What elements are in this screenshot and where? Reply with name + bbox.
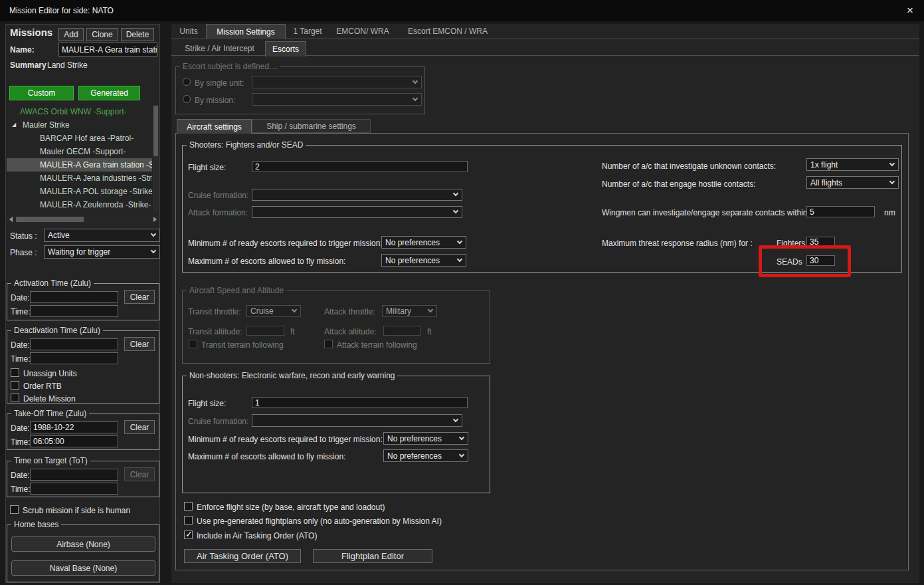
- tab-mission-settings[interactable]: Mission Settings: [206, 24, 286, 39]
- generated-button[interactable]: Generated: [78, 86, 140, 100]
- deactivation-clear-button[interactable]: Clear: [124, 337, 155, 351]
- tree-item-label: MAULER-A POL storage -Strike- [t: [40, 187, 152, 196]
- unassign-units-checkbox[interactable]: [11, 368, 19, 377]
- tab-target[interactable]: 1 Target: [290, 24, 325, 39]
- tab-escort-emcon-wra[interactable]: Escort EMCON / WRA: [399, 24, 497, 39]
- mission-editor-main: Units Mission Settings 1 Target EMCON/ W…: [171, 24, 919, 583]
- tree-item-zeulenroda[interactable]: MAULER-A Zeulenroda -Strike- [1: [7, 198, 152, 211]
- ns-cruise-formation-dropdown[interactable]: [252, 414, 462, 427]
- deactivation-time-input[interactable]: [30, 352, 118, 364]
- tree-item-gera-selected[interactable]: MAULER-A Gera train station -Stri: [7, 158, 152, 172]
- cruise-formation-dropdown[interactable]: [252, 189, 462, 201]
- chevron-down-icon: [453, 416, 458, 421]
- tab-units[interactable]: Units: [174, 24, 203, 39]
- tree-item-jena[interactable]: MAULER-A Jena industries -Strike: [7, 172, 152, 185]
- ns-flight-size-input[interactable]: 1: [252, 397, 468, 408]
- ns-max-escorts-dropdown[interactable]: No preferences: [383, 449, 468, 462]
- tree-item-label: BARCAP Hof area -Patrol-: [40, 134, 134, 143]
- engage-label: Number of a/c that engage hostile contac…: [602, 179, 755, 189]
- tab-emcon-wra[interactable]: EMCON/ WRA: [331, 24, 395, 39]
- tab-escorts[interactable]: Escorts: [265, 41, 306, 57]
- attack-formation-dropdown[interactable]: [252, 206, 462, 218]
- tree-item-label: Mauler OECM -Support-: [40, 147, 126, 156]
- naval-base-button[interactable]: Naval Base (None): [11, 560, 155, 576]
- tree-item-barcap[interactable]: BARCAP Hof area -Patrol-: [7, 132, 152, 145]
- tab-strike-air-intercept[interactable]: Strike / Air Intercept: [177, 41, 262, 56]
- by-single-unit-label: By single unit:: [195, 78, 244, 88]
- summary-label: Summary: [10, 60, 46, 70]
- pregenerated-flightplans-label: Use pre-generated flightplans only (no a…: [197, 517, 442, 526]
- status-dropdown[interactable]: Active: [44, 229, 160, 242]
- clone-button[interactable]: Clone: [86, 28, 118, 41]
- custom-button[interactable]: Custom: [9, 86, 74, 100]
- investigate-dropdown[interactable]: 1x flight: [806, 158, 899, 171]
- scroll-right-icon[interactable]: [153, 217, 157, 222]
- mission-tree: AWACS Orbit WNW -Support- ◢Mauler Strike…: [7, 105, 152, 213]
- deactivation-date-input[interactable]: [30, 338, 118, 350]
- airbase-button[interactable]: Airbase (None): [11, 536, 155, 552]
- unassign-units-label: Unassign Units: [23, 369, 77, 378]
- takeoff-clear-button[interactable]: Clear: [124, 420, 155, 434]
- scrub-mission-checkbox[interactable]: [10, 505, 19, 514]
- escort-subject-group: Escort subject is defined.... By single …: [175, 66, 425, 114]
- takeoff-time-input[interactable]: 06:05:00: [30, 435, 118, 447]
- tot-time-input[interactable]: [30, 483, 118, 495]
- transit-throttle-value: Cruise: [250, 306, 274, 316]
- flightplan-editor-button[interactable]: Flightplan Editor: [313, 549, 432, 563]
- min-escorts-dropdown[interactable]: No preferences: [381, 236, 466, 249]
- scrollbar-thumb[interactable]: [16, 217, 84, 222]
- tree-item-mauler-strike[interactable]: ◢Mauler Strike: [7, 118, 152, 132]
- chevron-down-icon: [413, 95, 418, 100]
- chevron-down-icon: [453, 191, 458, 196]
- enforce-flight-size-checkbox[interactable]: [184, 502, 193, 511]
- group-title: Deactivation Time (Zulu): [11, 326, 103, 336]
- tree-horizontal-scrollbar[interactable]: [7, 215, 159, 223]
- order-rtb-checkbox[interactable]: [11, 381, 19, 390]
- flight-size-input[interactable]: 2: [252, 161, 468, 172]
- include-ato-checkbox[interactable]: [184, 530, 193, 539]
- ns-max-escorts-value: No preferences: [387, 451, 442, 461]
- ns-flight-size-label: Flight size:: [188, 399, 226, 408]
- ns-min-escorts-dropdown[interactable]: No preferences: [383, 432, 468, 445]
- chevron-down-icon: [292, 307, 297, 312]
- phase-dropdown[interactable]: Waiting for trigger: [44, 245, 160, 259]
- tree-vertical-scrollbar[interactable]: [153, 105, 159, 213]
- attack-throttle-dropdown: Military: [382, 305, 437, 317]
- max-escorts-dropdown[interactable]: No preferences: [381, 254, 466, 267]
- add-button[interactable]: Add: [58, 28, 84, 41]
- by-mission-label: By mission:: [195, 96, 235, 105]
- attack-terrain-checkbox: [324, 340, 333, 348]
- by-mission-radio[interactable]: [183, 95, 191, 103]
- pregenerated-flightplans-checkbox[interactable]: [184, 516, 193, 525]
- tab-aircraft-settings[interactable]: Aircraft settings: [177, 119, 252, 134]
- tree-item-pol[interactable]: MAULER-A POL storage -Strike- [t: [7, 185, 152, 198]
- group-title: Time on Target (ToT): [11, 456, 90, 466]
- tree-item-awacs[interactable]: AWACS Orbit WNW -Support-: [7, 105, 152, 118]
- investigate-label: Number of a/c that investigate unknown c…: [602, 162, 776, 171]
- chevron-down-icon: [459, 451, 464, 457]
- air-tasking-order-button[interactable]: Air Tasking Order (ATO): [184, 549, 301, 563]
- enforce-flight-size-label: Enforce flight size (by base, aircraft t…: [197, 503, 385, 512]
- activation-time-input[interactable]: [30, 305, 118, 317]
- delete-button[interactable]: Delete: [121, 28, 154, 41]
- takeoff-date-input[interactable]: 1988-10-22: [30, 421, 118, 433]
- tab-ship-submarine-settings[interactable]: Ship / submarine settings: [252, 119, 371, 133]
- nm-label: nm: [884, 208, 895, 217]
- ns-cruise-formation-label: Cruise formation:: [188, 417, 248, 426]
- scrollbar-thumb[interactable]: [153, 106, 158, 156]
- aircraft-settings-panel: Shooters: Fighters and/or SEAD Flight si…: [175, 133, 909, 570]
- wingmen-label: Wingmen can investigate/engage separate …: [602, 208, 808, 217]
- tree-expander-icon[interactable]: ◢: [12, 122, 16, 128]
- engage-dropdown[interactable]: All flights: [806, 176, 899, 189]
- scroll-left-icon[interactable]: [9, 217, 13, 222]
- close-icon[interactable]: ×: [901, 3, 919, 19]
- tree-item-oecm[interactable]: Mauler OECM -Support-: [7, 145, 152, 158]
- activation-clear-button[interactable]: Clear: [124, 290, 155, 304]
- mission-name-input[interactable]: MAULER-A Gera train statio: [58, 43, 157, 57]
- by-single-unit-radio[interactable]: [183, 78, 191, 86]
- delete-mission-checkbox[interactable]: [11, 394, 19, 402]
- activation-date-input[interactable]: [30, 291, 118, 303]
- chevron-down-icon: [428, 307, 433, 312]
- wingmen-range-input[interactable]: 5: [806, 206, 875, 217]
- tot-date-input[interactable]: [30, 469, 118, 481]
